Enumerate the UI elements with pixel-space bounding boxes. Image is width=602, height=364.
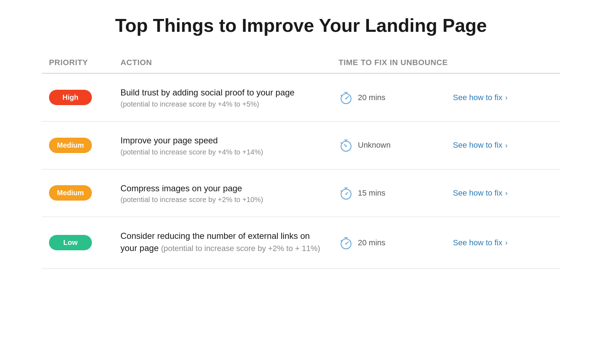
chevron-right-icon: › bbox=[505, 238, 508, 247]
action-sub-text: (potential to increase score by +4% to +… bbox=[120, 100, 324, 108]
see-how-to-fix-link[interactable]: See how to fix › bbox=[453, 141, 553, 150]
stopwatch-icon bbox=[339, 138, 354, 153]
see-how-to-fix-link[interactable]: See how to fix › bbox=[453, 93, 553, 102]
main-container: Top Things to Improve Your Landing Page … bbox=[42, 14, 560, 269]
action-cell: Improve your page speed (potential to in… bbox=[120, 134, 339, 156]
svg-point-16 bbox=[345, 193, 347, 195]
action-sub-text: (potential to increase score by +4% to +… bbox=[120, 148, 324, 156]
action-cell: Compress images on your page (potential … bbox=[120, 182, 339, 204]
fix-link-text: See how to fix bbox=[453, 93, 502, 102]
fix-link-cell: See how to fix › bbox=[453, 141, 553, 150]
chevron-right-icon: › bbox=[505, 93, 508, 102]
table-row: Medium Compress images on your page (pot… bbox=[42, 169, 560, 217]
page-title: Top Things to Improve Your Landing Page bbox=[42, 14, 560, 36]
chevron-right-icon: › bbox=[505, 141, 508, 149]
fix-link-text: See how to fix bbox=[453, 141, 502, 150]
table-row: High Build trust by adding social proof … bbox=[42, 74, 560, 122]
action-cell: Consider reducing the number of external… bbox=[120, 230, 339, 255]
chevron-right-icon: › bbox=[505, 189, 508, 197]
svg-point-22 bbox=[345, 243, 347, 245]
table-row: Medium Improve your page speed (potentia… bbox=[42, 122, 560, 169]
see-how-to-fix-link[interactable]: See how to fix › bbox=[453, 238, 553, 247]
action-main-text: Compress images on your page bbox=[120, 182, 324, 195]
time-cell: 15 mins bbox=[339, 186, 453, 201]
stopwatch-icon bbox=[339, 186, 354, 201]
time-cell: 20 mins bbox=[339, 90, 453, 105]
action-main-text: Build trust by adding social proof to yo… bbox=[120, 87, 324, 99]
time-value: 20 mins bbox=[358, 93, 385, 102]
priority-badge-medium: Medium bbox=[49, 138, 92, 153]
see-how-to-fix-link[interactable]: See how to fix › bbox=[453, 188, 553, 198]
fix-link-cell: See how to fix › bbox=[453, 188, 553, 198]
svg-point-10 bbox=[345, 146, 347, 147]
priority-badge-high: High bbox=[49, 90, 92, 105]
priority-cell: Low bbox=[49, 235, 120, 250]
fix-link-cell: See how to fix › bbox=[453, 238, 553, 247]
col-time: Time to fix in Unbounce bbox=[339, 58, 453, 67]
action-sub-text: (potential to increase score by +2% to +… bbox=[120, 196, 324, 204]
stopwatch-icon bbox=[339, 235, 354, 250]
priority-cell: Medium bbox=[49, 185, 120, 201]
action-main-text: Improve your page speed bbox=[120, 134, 324, 147]
fix-link-text: See how to fix bbox=[453, 188, 502, 198]
time-cell: Unknown bbox=[339, 138, 453, 153]
time-value: 20 mins bbox=[358, 238, 385, 247]
action-main-text: Consider reducing the number of external… bbox=[120, 230, 324, 254]
time-value: Unknown bbox=[358, 141, 391, 150]
table-row: Low Consider reducing the number of exte… bbox=[42, 217, 560, 269]
table-header: Priority Action Time to fix in Unbounce bbox=[42, 58, 560, 74]
fix-link-cell: See how to fix › bbox=[453, 93, 553, 102]
fix-link-text: See how to fix bbox=[453, 238, 502, 247]
col-link bbox=[453, 58, 553, 67]
svg-point-4 bbox=[345, 98, 347, 99]
priority-badge-low: Low bbox=[49, 235, 92, 250]
action-cell: Build trust by adding social proof to yo… bbox=[120, 87, 339, 108]
priority-cell: High bbox=[49, 90, 120, 105]
col-priority: Priority bbox=[49, 58, 120, 67]
time-value: 15 mins bbox=[358, 188, 385, 198]
priority-cell: Medium bbox=[49, 138, 120, 153]
stopwatch-icon bbox=[339, 90, 354, 105]
priority-badge-medium: Medium bbox=[49, 185, 92, 201]
time-cell: 20 mins bbox=[339, 235, 453, 250]
col-action: Action bbox=[120, 58, 339, 67]
